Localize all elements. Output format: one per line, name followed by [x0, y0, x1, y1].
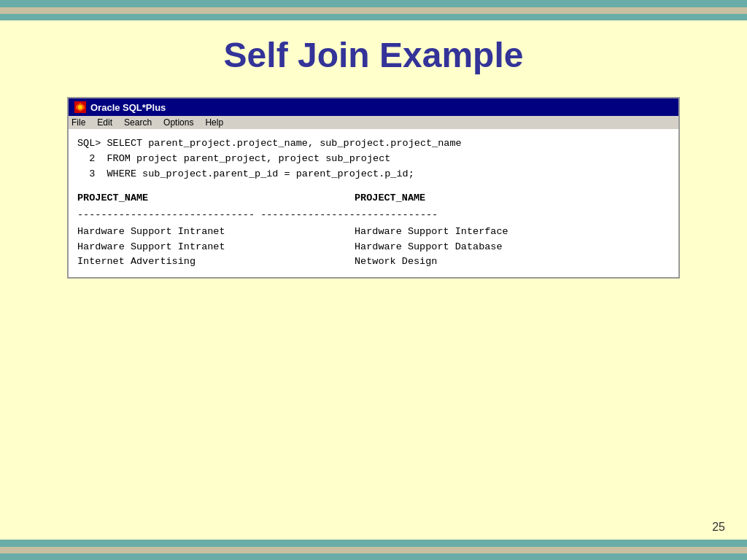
menu-file[interactable]: File	[71, 117, 85, 128]
row1-col1: Hardware Support Intranet	[77, 225, 355, 240]
separator-line: ------------------------------ ---------…	[77, 208, 670, 223]
sqlplus-content: SQL> SELECT parent_project.project_name,…	[69, 129, 678, 277]
menu-search[interactable]: Search	[124, 117, 152, 128]
svg-point-2	[78, 105, 82, 109]
sqlplus-title: Oracle SQL*Plus	[90, 102, 166, 113]
sql-line-3: 3 WHERE sub_project.parent_p_id = parent…	[77, 167, 670, 182]
page-number: 25	[712, 521, 725, 534]
row1-col2: Hardware Support Interface	[355, 225, 632, 240]
row2-col1: Hardware Support Intranet	[77, 240, 355, 255]
menu-options[interactable]: Options	[163, 117, 193, 128]
top-decorative-bar	[0, 0, 747, 20]
col2-header: PROJECT_NAME	[355, 191, 632, 206]
sqlplus-titlebar: Oracle SQL*Plus	[69, 98, 678, 116]
sql-line-2: 2 FROM project parent_project, project s…	[77, 152, 670, 167]
menu-help[interactable]: Help	[205, 117, 223, 128]
oracle-icon	[74, 101, 86, 113]
sql-line-1: SQL> SELECT parent_project.project_name,…	[77, 136, 670, 152]
table-row: Internet Advertising Network Design	[77, 254, 670, 270]
col1-header: PROJECT_NAME	[77, 191, 355, 206]
sqlplus-menubar: File Edit Search Options Help	[69, 116, 678, 129]
bottom-decorative-bar	[0, 540, 747, 560]
result-section: PROJECT_NAME PROJECT_NAME --------------…	[77, 191, 670, 271]
table-row: Hardware Support Intranet Hardware Suppo…	[77, 240, 670, 255]
sqlplus-window: Oracle SQL*Plus File Edit Search Options…	[67, 97, 680, 279]
row2-col2: Hardware Support Database	[355, 240, 632, 255]
menu-edit[interactable]: Edit	[97, 117, 112, 128]
row3-col2: Network Design	[355, 254, 632, 270]
result-headers: PROJECT_NAME PROJECT_NAME	[77, 191, 670, 206]
page-title: Self Join Example	[0, 35, 747, 75]
table-row: Hardware Support Intranet Hardware Suppo…	[77, 225, 670, 240]
row3-col1: Internet Advertising	[77, 254, 355, 270]
